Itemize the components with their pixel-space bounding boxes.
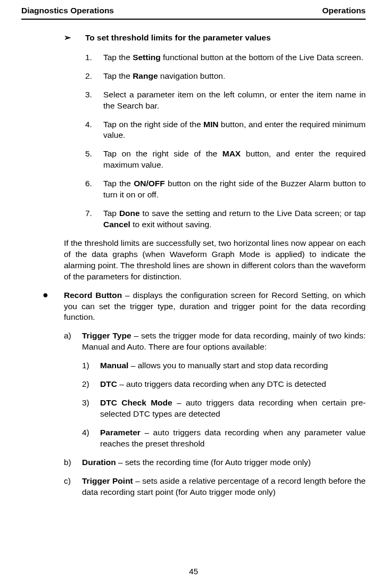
bold: MIN <box>203 120 218 129</box>
bold: Record Button <box>64 291 122 300</box>
bold: DTC Check Mode <box>100 398 172 407</box>
alpha-marker: b) <box>64 457 82 468</box>
page: Diagnostics Operations Operations ➢ To s… <box>0 0 387 588</box>
step-text: Tap the Setting functional button at the… <box>103 52 366 63</box>
bold: DTC <box>100 379 117 388</box>
threshold-paragraph: If the threshold limits are successfully… <box>64 238 366 283</box>
text: to save the setting and return to the Li… <box>140 209 366 218</box>
bullet-text: Record Button – displays the configurati… <box>64 290 366 324</box>
text: – allows you to manually start and stop … <box>128 361 328 370</box>
record-bullet: ● Record Button – displays the configura… <box>43 290 366 324</box>
option-3: 3) DTC Check Mode – auto triggers data r… <box>82 397 366 420</box>
header-right: Operations <box>322 5 366 16</box>
step-number: 1. <box>85 52 103 63</box>
text: functional button at the bottom of the L… <box>161 53 364 62</box>
numbered-steps: 1. Tap the Setting functional button at … <box>85 52 366 230</box>
bullet-icon: ● <box>43 290 64 324</box>
step-text: Tap the Range navigation button. <box>103 71 366 82</box>
alpha-marker: c) <box>64 476 82 498</box>
bold: Manual <box>100 361 128 370</box>
bold: Setting <box>133 53 161 62</box>
step-text: Tap Done to save the setting and return … <box>103 208 366 230</box>
bold: ON/OFF <box>134 179 165 188</box>
bold: Cancel <box>103 220 130 229</box>
bold: Parameter <box>100 428 141 437</box>
step-5: 5. Tap on the right side of the MAX butt… <box>85 148 366 171</box>
option-text: DTC Check Mode – auto triggers data reco… <box>100 397 366 420</box>
text: Tap on the right side of the <box>103 149 223 158</box>
text: – sets the recording time (for Auto trig… <box>116 458 311 467</box>
step-number: 3. <box>85 89 103 112</box>
alpha-c: c) Trigger Point – sets aside a relative… <box>64 476 366 498</box>
text: navigation button. <box>158 71 226 80</box>
text: Tap on the right side of the <box>103 120 203 129</box>
step-7: 7. Tap Done to save the setting and retu… <box>85 208 366 230</box>
text: to exit without saving. <box>130 220 212 229</box>
option-marker: 4) <box>82 427 100 450</box>
text: Tap the <box>103 53 133 62</box>
page-content: ➢ To set threshold limits for the parame… <box>21 32 366 498</box>
trigger-options: 1) Manual – allows you to manually start… <box>82 360 366 450</box>
header-left: Diagnostics Operations <box>21 5 114 16</box>
section-heading: ➢ To set threshold limits for the parame… <box>64 32 366 44</box>
step-4: 4. Tap on the right side of the MIN butt… <box>85 119 366 142</box>
option-1: 1) Manual – allows you to manually start… <box>82 360 366 371</box>
option-text: Parameter – auto triggers data recording… <box>100 427 366 450</box>
text: Tap the <box>103 71 133 80</box>
bold: Trigger Point <box>82 476 133 485</box>
alpha-b: b) Duration – sets the recording time (f… <box>64 457 366 468</box>
step-number: 6. <box>85 178 103 201</box>
text: Tap <box>103 209 119 218</box>
alpha-marker: a) <box>64 330 82 353</box>
section-title: To set threshold limits for the paramete… <box>85 32 271 44</box>
option-4: 4) Parameter – auto triggers data record… <box>82 427 366 450</box>
option-marker: 1) <box>82 360 100 371</box>
step-text: Tap on the right side of the MAX button,… <box>103 148 366 171</box>
alpha-text: Duration – sets the recording time (for … <box>82 457 366 468</box>
alpha-list: a) Trigger Type – sets the trigger mode … <box>64 330 366 498</box>
step-number: 2. <box>85 71 103 82</box>
bold: MAX <box>223 149 241 158</box>
option-marker: 3) <box>82 397 100 420</box>
step-number: 5. <box>85 148 103 171</box>
bold: Done <box>119 209 140 218</box>
step-3: 3. Select a parameter item on the left c… <box>85 89 366 112</box>
step-text: Select a parameter item on the left colu… <box>103 89 366 112</box>
step-number: 7. <box>85 208 103 230</box>
alpha-a: a) Trigger Type – sets the trigger mode … <box>64 330 366 353</box>
page-header: Diagnostics Operations Operations <box>21 5 366 20</box>
step-2: 2. Tap the Range navigation button. <box>85 71 366 82</box>
text: Tap the <box>103 179 134 188</box>
option-marker: 2) <box>82 379 100 390</box>
option-text: DTC – auto triggers data recording when … <box>100 379 366 390</box>
alpha-text: Trigger Type – sets the trigger mode for… <box>82 330 366 353</box>
text: – auto triggers data recording when any … <box>117 379 326 388</box>
page-number: 45 <box>0 566 387 577</box>
arrow-icon: ➢ <box>64 32 85 44</box>
step-1: 1. Tap the Setting functional button at … <box>85 52 366 63</box>
step-text: Tap on the right side of the MIN button,… <box>103 119 366 142</box>
bold: Range <box>133 71 158 80</box>
bold: Duration <box>82 458 116 467</box>
alpha-text: Trigger Point – sets aside a relative pe… <box>82 476 366 498</box>
option-text: Manual – allows you to manually start an… <box>100 360 366 371</box>
bold: Trigger Type <box>82 331 131 340</box>
option-2: 2) DTC – auto triggers data recording wh… <box>82 379 366 390</box>
step-6: 6. Tap the ON/OFF button on the right si… <box>85 178 366 201</box>
step-text: Tap the ON/OFF button on the right side … <box>103 178 366 201</box>
text: – auto triggers data recording when any … <box>100 428 366 448</box>
step-number: 4. <box>85 119 103 142</box>
